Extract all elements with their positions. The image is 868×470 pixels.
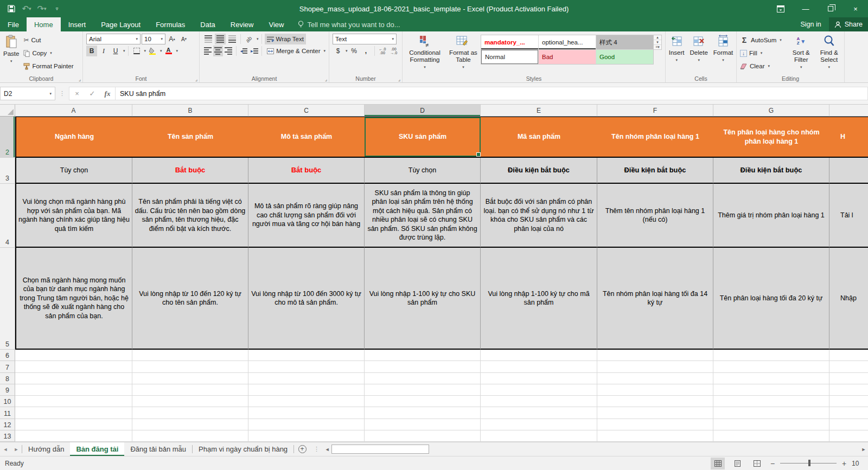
close-button[interactable]: × [843,0,868,17]
cell-A9[interactable] [15,384,132,396]
cell-G2[interactable]: Tên phân loại hàng cho nhóm phân loại hà… [713,117,829,158]
style-style4[interactable]: 样式 4 [596,35,653,49]
cell-C2[interactable]: Mô tả sản phẩm [248,117,365,158]
copy-button[interactable]: Copy▾ [21,47,75,60]
new-sheet-button[interactable]: + [294,442,310,456]
column-header-B[interactable]: B [132,105,248,117]
cell-C11[interactable] [248,407,365,419]
tab-insert[interactable]: Insert [61,17,94,31]
cell-B10[interactable] [132,396,248,407]
cell-D11[interactable] [365,407,481,419]
cell-C13[interactable] [248,430,365,442]
tab-review[interactable]: Review [223,17,261,31]
insert-function-button[interactable]: fx [100,87,115,100]
cell-H8[interactable] [829,373,868,384]
cell-D10[interactable] [365,396,481,407]
cell-F8[interactable] [597,373,713,384]
format-cells-button[interactable]: Format▾ [711,33,735,74]
increase-indent-button[interactable]: ▸ [250,46,259,56]
sheet-tab-2[interactable]: Bản đăng tải [70,442,124,456]
cell-C4[interactable]: Mô tả sản phẩm rõ ràng giúp nâng cao chấ… [248,184,365,248]
tab-data[interactable]: Data [193,17,222,31]
merge-center-button[interactable]: Merge & Center▾ [265,46,328,56]
cell-D2[interactable]: SKU sản phẩm [365,117,481,158]
tab-view[interactable]: View [261,17,291,31]
cell-F11[interactable] [597,407,713,419]
cell-E10[interactable] [481,396,597,407]
comma-button[interactable]: , [361,46,372,56]
font-color-button[interactable]: A [163,46,174,56]
cell-A13[interactable] [15,430,132,442]
cell-A3[interactable]: Tùy chọn [15,158,132,184]
zoom-slider-thumb[interactable] [808,460,810,466]
shrink-font-button[interactable]: A▾ [178,34,189,44]
cell-C7[interactable] [248,361,365,372]
styles-more-button[interactable]: ≡▾ [654,45,661,49]
cell-C12[interactable] [248,419,365,430]
cell-F5[interactable]: Tên nhóm phân loại hàng tối đa 14 ký tự [597,248,713,350]
borders-button[interactable] [131,46,142,56]
insert-cells-button[interactable]: Insert▾ [667,33,687,74]
row-header-2[interactable]: 2 [0,117,15,158]
cell-F4[interactable]: Thêm tên nhóm phân loại hàng 1 (nếu có) [597,184,713,248]
style-optional[interactable]: optional_hea... [539,35,596,49]
find-select-button[interactable]: Find & Select▾ [815,33,844,74]
cell-E13[interactable] [481,430,597,442]
scrollbar-resize-handle[interactable]: ⋮ [314,446,320,453]
decrease-decimal-button[interactable]: .00→.0 [388,47,399,55]
tab-file[interactable]: File [0,17,27,31]
formula-input[interactable]: SKU sản phẩm [116,87,868,100]
column-header-H[interactable]: H [829,105,868,117]
cell-G7[interactable] [713,361,829,372]
format-painter-button[interactable]: Format Painter [21,60,75,73]
share-button[interactable]: Share [829,17,868,31]
cell-B5[interactable]: Vui lòng nhập từ 10 đến 120 ký tự cho tê… [132,248,248,350]
autosum-button[interactable]: ΣAutoSum▾ [738,34,787,47]
row-header-13[interactable]: 13 [0,430,15,442]
select-all-button[interactable] [0,105,15,117]
sort-filter-button[interactable]: AZ▼ Sort & Filter▾ [787,33,815,74]
cell-E4[interactable]: Bắt buộc đối với sản phẩm có phân loại. … [481,184,597,248]
decrease-indent-button[interactable]: ◂ [239,46,248,56]
cell-C9[interactable] [248,384,365,396]
cell-G10[interactable] [713,396,829,407]
cell-D3[interactable]: Tùy chọn [365,158,481,184]
percent-button[interactable]: % [349,46,360,56]
cell-F7[interactable] [597,361,713,372]
cell-E3[interactable]: Điều kiện bắt buộc [481,158,597,184]
page-layout-view-button[interactable] [730,458,744,469]
currency-button[interactable]: $ [333,46,343,56]
style-mandatory[interactable]: mandatory_... [481,35,538,49]
cell-E11[interactable] [481,407,597,419]
column-header-A[interactable]: A [15,105,132,117]
cell-F12[interactable] [597,419,713,430]
cell-A11[interactable] [15,407,132,419]
cell-B4[interactable]: Tên sản phẩm phải là tiếng việt có dấu. … [132,184,248,248]
name-box[interactable]: D2▾ [0,87,55,100]
cell-G4[interactable]: Thêm giá trị nhóm phân loại hàng 1 [713,184,829,248]
restore-button[interactable] [818,0,843,17]
cell-G9[interactable] [713,384,829,396]
number-dialog-launcher[interactable]: ⌟ [398,77,400,81]
minimize-button[interactable]: — [793,0,818,17]
sheet-tab-4[interactable]: Phạm vi ngày chuẩn bị hàng [193,442,293,456]
cell-G3[interactable]: Điều kiện bắt buộc [713,158,829,184]
cell-B3[interactable]: Bắt buộc [132,158,248,184]
cell-B2[interactable]: Tên sản phẩm [132,117,248,158]
row-header-9[interactable]: 9 [0,384,15,396]
scrollbar-thumb[interactable] [331,445,429,454]
cell-H12[interactable] [829,419,868,430]
zoom-slider[interactable] [780,463,837,463]
increase-decimal-button[interactable]: ←.0.00 [378,47,388,55]
clipboard-dialog-launcher[interactable]: ⌟ [79,77,81,81]
zoom-level[interactable]: 10 [852,460,868,467]
sheet-nav-next-button[interactable]: ► [11,442,22,456]
cell-E6[interactable] [481,350,597,361]
conditional-formatting-button[interactable]: ≠ Conditional Formatting▾ [404,33,446,74]
fill-color-button[interactable] [147,46,158,56]
styles-scroll-up-button[interactable]: ▴ [654,35,661,40]
tab-formulas[interactable]: Formulas [148,17,193,31]
undo-button[interactable]: ↶▾ [20,2,34,16]
cell-B7[interactable] [132,361,248,372]
delete-cells-button[interactable]: Delete▾ [688,33,710,74]
